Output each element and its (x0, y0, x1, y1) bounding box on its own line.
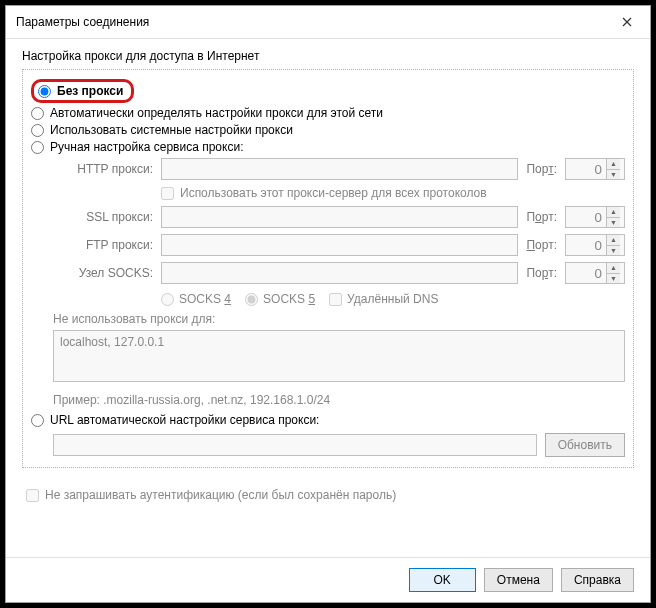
noproxy-example: Пример: .mozilla-russia.org, .net.nz, 19… (53, 393, 625, 407)
socks4-label: SOCKS 4 (179, 292, 231, 306)
cancel-button[interactable]: Отмена (484, 568, 553, 592)
reload-button[interactable]: Обновить (545, 433, 625, 457)
http-label: HTTP прокси: (53, 162, 153, 176)
footer: OK Отмена Справка (6, 557, 650, 602)
ssl-port-input[interactable] (566, 207, 606, 227)
help-button[interactable]: Справка (561, 568, 634, 592)
auto-url-input[interactable] (53, 434, 537, 456)
ssl-port-spinner[interactable]: ▲▼ (565, 206, 625, 228)
no-proxy-highlight: Без прокси (31, 79, 134, 103)
radio-auto-detect-label[interactable]: Автоматически определять настройки прокс… (50, 106, 383, 120)
radio-manual-label[interactable]: Ручная настройка сервиса прокси: (50, 140, 243, 154)
radio-system-row: Использовать системные настройки прокси (31, 123, 625, 137)
spinner-down-icon[interactable]: ▼ (607, 170, 620, 180)
radio-auto-detect-row: Автоматически определять настройки прокс… (31, 106, 625, 120)
socks5-label: SOCKS 5 (263, 292, 315, 306)
radio-auto-url-label[interactable]: URL автоматической настройки сервиса про… (50, 413, 319, 427)
titlebar: Параметры соединения (6, 6, 650, 39)
no-auth-row: Не запрашивать аутентификацию (если был … (26, 488, 634, 502)
socks-port-input[interactable] (566, 263, 606, 283)
ssl-port-label: Порт: (526, 210, 557, 224)
auto-url-row: Обновить (53, 433, 625, 457)
ssl-host-input[interactable] (161, 206, 518, 228)
socks-host-input[interactable] (161, 262, 518, 284)
spinner-up-icon[interactable]: ▲ (607, 263, 620, 274)
noproxy-textarea[interactable] (53, 330, 625, 382)
http-port-input[interactable] (566, 159, 606, 179)
connection-settings-window: Параметры соединения Настройка прокси дл… (5, 5, 651, 603)
radio-auto-detect[interactable] (31, 107, 44, 120)
radio-system[interactable] (31, 124, 44, 137)
no-auth-label: Не запрашивать аутентификацию (если был … (45, 488, 396, 502)
ftp-port-label: Порт: (526, 238, 557, 252)
spinner-down-icon[interactable]: ▼ (607, 274, 620, 284)
proxy-grid: HTTP прокси: Порт: ▲▼ Использовать этот … (53, 158, 625, 306)
radio-no-proxy[interactable] (38, 85, 51, 98)
ftp-port-input[interactable] (566, 235, 606, 255)
use-for-all-label: Использовать этот прокси-сервер для всех… (180, 186, 487, 200)
spinner-up-icon[interactable]: ▲ (607, 207, 620, 218)
http-port-label: Порт: (526, 162, 557, 176)
spinner-down-icon[interactable]: ▼ (607, 246, 620, 256)
close-icon (622, 17, 632, 27)
socks-port-label: Порт: (526, 266, 557, 280)
http-host-input[interactable] (161, 158, 518, 180)
ok-button[interactable]: OK (409, 568, 476, 592)
remote-dns-label: Удалённый DNS (347, 292, 438, 306)
noproxy-label: Не использовать прокси для: (53, 312, 625, 326)
use-for-all-row: Использовать этот прокси-сервер для всех… (161, 186, 625, 200)
radio-no-proxy-label[interactable]: Без прокси (57, 84, 123, 98)
socks-label: Узел SOCKS: (53, 266, 153, 280)
spinner-up-icon[interactable]: ▲ (607, 235, 620, 246)
remote-dns-checkbox[interactable] (329, 293, 342, 306)
ftp-host-input[interactable] (161, 234, 518, 256)
socks-port-spinner[interactable]: ▲▼ (565, 262, 625, 284)
proxy-fieldset: Без прокси Автоматически определять наст… (22, 69, 634, 468)
content-area: Настройка прокси для доступа в Интернет … (6, 39, 650, 557)
ssl-label: SSL прокси: (53, 210, 153, 224)
close-button[interactable] (612, 12, 642, 32)
radio-no-proxy-row: Без прокси (31, 79, 625, 103)
radio-auto-url-row: URL автоматической настройки сервиса про… (31, 413, 625, 427)
no-auth-checkbox[interactable] (26, 489, 39, 502)
ftp-port-spinner[interactable]: ▲▼ (565, 234, 625, 256)
radio-manual-row: Ручная настройка сервиса прокси: (31, 140, 625, 154)
ftp-label: FTP прокси: (53, 238, 153, 252)
radio-socks5[interactable] (245, 293, 258, 306)
spinner-up-icon[interactable]: ▲ (607, 159, 620, 170)
use-for-all-checkbox[interactable] (161, 187, 174, 200)
noproxy-section: Не использовать прокси для: Пример: .moz… (53, 312, 625, 407)
section-title: Настройка прокси для доступа в Интернет (22, 49, 634, 63)
socks-version-row: SOCKS 4 SOCKS 5 Удалённый DNS (161, 292, 625, 306)
radio-manual[interactable] (31, 141, 44, 154)
window-title: Параметры соединения (16, 15, 149, 29)
radio-auto-url[interactable] (31, 414, 44, 427)
radio-system-label[interactable]: Использовать системные настройки прокси (50, 123, 293, 137)
http-port-spinner[interactable]: ▲▼ (565, 158, 625, 180)
spinner-down-icon[interactable]: ▼ (607, 218, 620, 228)
radio-socks4[interactable] (161, 293, 174, 306)
